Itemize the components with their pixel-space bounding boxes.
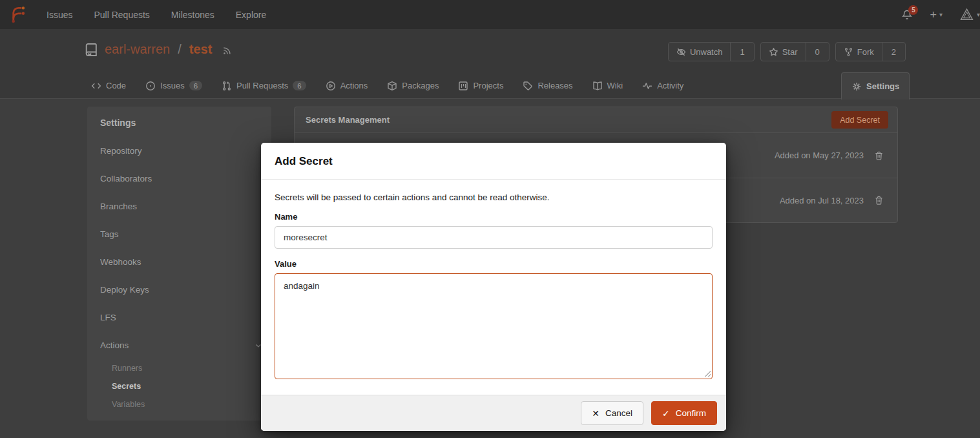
- value-label: Value: [275, 259, 713, 269]
- fork-icon: [844, 47, 853, 57]
- sidebar-item-repository[interactable]: Repository: [87, 137, 271, 165]
- chevron-down-icon: ▾: [977, 11, 980, 18]
- forgejo-logo-icon[interactable]: [8, 5, 26, 25]
- trash-icon[interactable]: [874, 151, 884, 161]
- create-new-button[interactable]: + ▾: [930, 9, 943, 21]
- settings-sidebar: Settings Repository Collaborators Branch…: [87, 107, 271, 421]
- user-menu-button[interactable]: ▾: [959, 7, 980, 22]
- sidebar-item-branches[interactable]: Branches: [87, 193, 271, 220]
- tab-pull-requests[interactable]: Pull Requests 6: [214, 74, 313, 98]
- tab-label: Pull Requests: [236, 81, 288, 90]
- sidebar-item-label: Actions: [100, 340, 129, 350]
- sidebar-item-actions[interactable]: Actions: [87, 331, 271, 359]
- tab-label: Packages: [402, 81, 439, 90]
- secret-added-date: Added on May 27, 2023: [775, 151, 864, 160]
- modal-body: Secrets will be passed to certain action…: [261, 180, 726, 379]
- trash-icon[interactable]: [874, 195, 884, 205]
- top-navbar: Issues Pull Requests Milestones Explore …: [0, 0, 980, 29]
- unwatch-label: Unwatch: [690, 47, 723, 57]
- watchers-count[interactable]: 1: [730, 43, 753, 61]
- repo-title: earl-warren / test: [84, 42, 232, 57]
- secret-added-date: Added on Jul 18, 2023: [780, 196, 864, 205]
- tab-wiki[interactable]: Wiki: [585, 74, 631, 98]
- nav-pull-requests-link[interactable]: Pull Requests: [94, 10, 149, 20]
- confirm-label: Confirm: [676, 408, 706, 418]
- tab-settings[interactable]: Settings: [841, 72, 910, 99]
- chevron-down-icon: ▾: [939, 11, 943, 18]
- watch-button-group: Unwatch 1: [668, 42, 755, 61]
- star-button-group: Star 0: [760, 42, 829, 61]
- forks-count[interactable]: 2: [882, 43, 905, 61]
- package-icon: [387, 81, 397, 91]
- tab-label: Projects: [473, 81, 503, 90]
- tab-releases[interactable]: Releases: [516, 74, 579, 98]
- modal-title: Add Secret: [261, 143, 726, 180]
- sidebar-item-lfs[interactable]: LFS: [87, 304, 271, 331]
- navbar-right: 5 + ▾ ▾: [901, 0, 975, 29]
- nav-milestones-link[interactable]: Milestones: [171, 10, 214, 20]
- add-secret-button[interactable]: Add Secret: [831, 111, 888, 129]
- sidebar-item-secrets[interactable]: Secrets: [87, 377, 271, 395]
- sidebar-item-webhooks[interactable]: Webhooks: [87, 248, 271, 276]
- tab-projects[interactable]: Projects: [451, 74, 510, 98]
- sidebar-item-variables[interactable]: Variables: [87, 395, 271, 413]
- tab-activity[interactable]: Activity: [635, 74, 691, 98]
- notifications-button[interactable]: 5: [901, 9, 913, 21]
- gear-icon: [851, 81, 862, 92]
- eye-slash-icon: [676, 47, 686, 57]
- sidebar-title: Settings: [87, 108, 271, 137]
- modal-footer: ✕ Cancel ✓ Confirm: [261, 395, 726, 431]
- stars-count[interactable]: 0: [806, 43, 829, 61]
- tab-label: Releases: [537, 81, 572, 90]
- secret-name-input[interactable]: [275, 226, 713, 249]
- tag-icon: [523, 81, 533, 91]
- repository-icon: [84, 43, 98, 57]
- cancel-button[interactable]: ✕ Cancel: [581, 401, 643, 425]
- sidebar-item-tags[interactable]: Tags: [87, 220, 271, 248]
- fork-button-group: Fork 2: [835, 42, 906, 61]
- notification-count-badge: 5: [908, 5, 918, 15]
- project-board-icon: [458, 81, 468, 91]
- unwatch-button[interactable]: Unwatch: [669, 43, 731, 61]
- repo-tab-bar: Code Issues 6 Pull Requests 6: [84, 72, 691, 99]
- book-open-icon: [592, 81, 603, 91]
- check-icon: ✓: [662, 409, 670, 418]
- confirm-button[interactable]: ✓ Confirm: [651, 401, 717, 425]
- tab-label: Actions: [340, 81, 368, 90]
- secrets-panel-title: Secrets Management: [306, 115, 390, 125]
- avatar: [959, 7, 974, 22]
- sidebar-item-collaborators[interactable]: Collaborators: [87, 165, 271, 193]
- sidebar-item-deploy-keys[interactable]: Deploy Keys: [87, 276, 271, 304]
- issue-icon: [145, 81, 156, 91]
- tab-actions[interactable]: Actions: [318, 74, 375, 98]
- fork-button[interactable]: Fork: [836, 43, 882, 61]
- secret-value-textarea[interactable]: andagain: [275, 273, 713, 379]
- tab-label: Wiki: [607, 81, 623, 90]
- pulse-icon: [642, 81, 652, 91]
- pull-request-icon: [222, 81, 232, 91]
- fork-label: Fork: [857, 47, 874, 57]
- repo-name-link[interactable]: test: [189, 42, 213, 57]
- plus-icon: +: [930, 9, 937, 21]
- close-icon: ✕: [592, 409, 599, 418]
- add-secret-modal: Add Secret Secrets will be passed to cer…: [261, 143, 726, 431]
- repo-owner-link[interactable]: earl-warren: [105, 42, 170, 57]
- tab-label: Activity: [657, 81, 683, 90]
- play-circle-icon: [326, 81, 336, 91]
- star-icon: [769, 47, 778, 57]
- code-icon: [91, 81, 101, 91]
- tab-issues[interactable]: Issues 6: [138, 74, 209, 98]
- tab-code[interactable]: Code: [84, 74, 133, 98]
- nav-explore-link[interactable]: Explore: [236, 10, 266, 20]
- star-label: Star: [782, 47, 798, 57]
- repo-separator: /: [178, 42, 182, 57]
- tab-label: Settings: [866, 81, 899, 91]
- sidebar-item-runners[interactable]: Runners: [87, 359, 271, 377]
- tab-packages[interactable]: Packages: [380, 74, 446, 98]
- star-button[interactable]: Star: [761, 43, 806, 61]
- tab-label: Issues: [160, 81, 185, 90]
- rss-icon[interactable]: [222, 46, 232, 56]
- navbar-links: Issues Pull Requests Milestones Explore: [47, 10, 266, 20]
- cancel-label: Cancel: [605, 408, 632, 418]
- nav-issues-link[interactable]: Issues: [47, 10, 72, 20]
